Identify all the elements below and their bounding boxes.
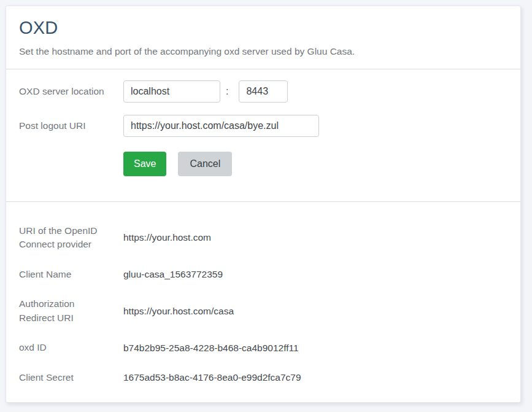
save-button[interactable]: Save: [123, 152, 166, 176]
oxd-host-input[interactable]: [123, 80, 220, 103]
detail-row-client-secret: Client Secret 1675ad53-b8ac-4176-8ea0-e9…: [19, 371, 507, 384]
detail-row-redirect-uri: Authorization Redirect URI https://your.…: [19, 297, 507, 325]
client-secret-label: Client Secret: [19, 371, 108, 384]
cancel-button[interactable]: Cancel: [178, 152, 232, 176]
redirect-uri-value: https://your.host.com/casa: [123, 306, 234, 317]
post-logout-label: Post logout URI: [19, 120, 123, 131]
form-actions: Save Cancel: [123, 152, 507, 176]
oxd-port-input[interactable]: [239, 80, 288, 103]
host-port-separator: :: [226, 86, 228, 97]
openid-provider-label: URI of the OpenID Connect provider: [19, 224, 108, 252]
client-secret-value: 1675ad53-b8ac-4176-8ea0-e99d2fca7c79: [123, 372, 301, 383]
oxd-id-label: oxd ID: [19, 341, 108, 354]
detail-row-oxd-id: oxd ID b74b2b95-25a8-4228-b468-ca4b9012f…: [19, 341, 507, 354]
server-location-row: OXD server location :: [19, 80, 507, 103]
oxd-id-value: b74b2b95-25a8-4228-b468-ca4b9012ff11: [123, 343, 299, 354]
detail-row-client-name: Client Name gluu-casa_1563772359: [19, 268, 507, 281]
client-name-value: gluu-casa_1563772359: [123, 269, 223, 280]
oxd-settings-card: OXD Set the hostname and port of the acc…: [6, 6, 521, 403]
page-subtitle: Set the hostname and port of the accompa…: [19, 44, 507, 58]
client-details: URI of the OpenID Connect provider https…: [6, 202, 520, 397]
server-location-label: OXD server location: [19, 86, 123, 97]
redirect-uri-label: Authorization Redirect URI: [19, 297, 108, 325]
post-logout-uri-input[interactable]: [123, 115, 319, 137]
openid-provider-value: https://your.host.com: [123, 232, 211, 243]
oxd-settings-form: OXD server location : Post logout URI Sa…: [6, 69, 520, 202]
post-logout-row: Post logout URI: [19, 115, 507, 137]
client-name-label: Client Name: [19, 268, 108, 281]
card-header: OXD Set the hostname and port of the acc…: [6, 6, 520, 69]
detail-row-openid-provider: URI of the OpenID Connect provider https…: [19, 224, 507, 252]
page-title: OXD: [19, 17, 507, 39]
